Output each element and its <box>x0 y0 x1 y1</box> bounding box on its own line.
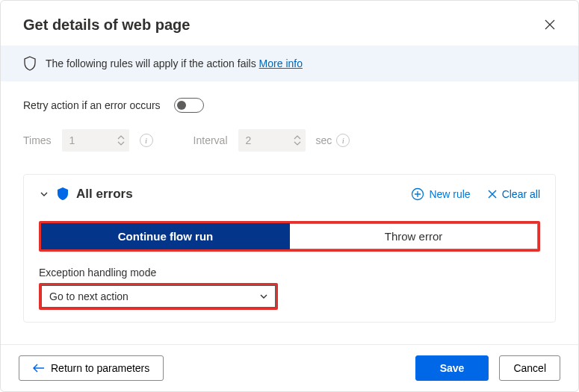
info-icon[interactable]: i <box>140 134 153 147</box>
more-info-link[interactable]: More info <box>259 57 303 69</box>
new-rule-label: New rule <box>429 188 470 200</box>
chevron-down-icon[interactable] <box>39 189 49 199</box>
clear-all-button[interactable]: Clear all <box>487 188 540 200</box>
segment-throw[interactable]: Throw error <box>290 223 538 249</box>
return-label: Return to parameters <box>51 362 149 374</box>
mode-label: Exception handling mode <box>39 267 540 279</box>
times-value: 1 <box>69 134 114 146</box>
info-icon[interactable]: i <box>336 134 350 147</box>
notice-text: The following rules will apply if the ac… <box>46 57 256 69</box>
interval-stepper[interactable] <box>291 135 304 146</box>
clear-all-label: Clear all <box>502 188 540 200</box>
shield-icon <box>23 56 37 71</box>
interval-label: Interval <box>193 134 228 146</box>
close-icon <box>544 19 556 31</box>
chevron-down-icon <box>294 140 301 146</box>
retry-label: Retry action if an error occurs <box>23 99 161 111</box>
plus-circle-icon <box>411 187 424 201</box>
interval-value: 2 <box>246 134 291 146</box>
segment-group: Continue flow run Throw error <box>39 221 540 252</box>
shield-solid-icon <box>57 187 69 201</box>
errors-heading: All errors <box>76 187 133 202</box>
chevron-up-icon <box>117 135 125 140</box>
interval-field[interactable]: 2 <box>238 129 306 152</box>
close-button[interactable] <box>539 14 560 35</box>
mode-combobox[interactable]: Go to next action <box>41 285 276 308</box>
dialog-title: Get details of web page <box>23 16 190 34</box>
times-field[interactable]: 1 <box>62 129 129 152</box>
new-rule-button[interactable]: New rule <box>411 187 470 201</box>
times-stepper[interactable] <box>114 135 128 146</box>
arrow-left-icon <box>33 364 45 373</box>
errors-card: All errors New rule Clear all Continue f… <box>23 174 556 323</box>
toggle-knob-icon <box>177 101 186 110</box>
chevron-down-icon <box>258 291 269 302</box>
save-button[interactable]: Save <box>415 355 489 381</box>
notice-banner: The following rules will apply if the ac… <box>1 46 578 81</box>
segment-continue[interactable]: Continue flow run <box>41 223 290 249</box>
x-icon <box>487 189 498 199</box>
retry-toggle[interactable] <box>174 98 204 113</box>
return-to-parameters-button[interactable]: Return to parameters <box>19 355 164 381</box>
chevron-down-icon <box>117 140 125 146</box>
cancel-button[interactable]: Cancel <box>499 355 560 381</box>
interval-unit: sec <box>316 134 332 146</box>
times-label: Times <box>23 134 52 146</box>
mode-value: Go to next action <box>49 290 129 302</box>
chevron-up-icon <box>294 135 301 140</box>
